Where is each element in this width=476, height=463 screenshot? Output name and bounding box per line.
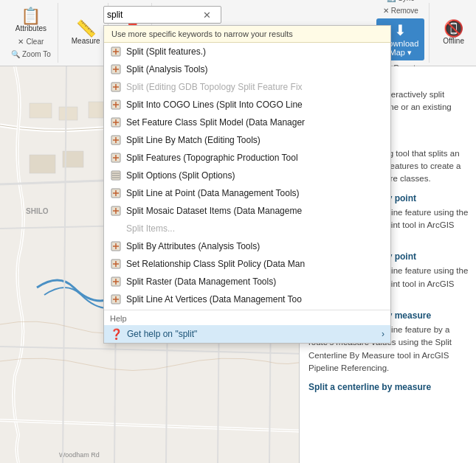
dropdown-item-label-12: Set Relationship Class Split Policy (Dat… [126,257,305,271]
svg-rect-47 [30,155,55,173]
measure-button[interactable]: 📏 Measure [69,19,103,46]
dropdown-hint: Use more specific keywords to narrow you… [104,26,390,43]
dropdown-item-label-8: Split Line at Point (Data Management Too… [126,187,300,200]
svg-rect-45 [59,107,77,120]
dropdown-item-5[interactable]: Split Line By Match (Editing Tools) [104,131,390,149]
attributes-button[interactable]: 📋 Attributes [13,7,49,34]
dropdown-item-label-11: Split By Attributes (Analysis Tools) [126,240,260,253]
dropdown-item-7[interactable]: Split Options (Split Options) [104,167,390,184]
dropdown-item-label-1: Split (Analysis Tools) [126,63,207,76]
dropdown-item-icon-10 [110,223,122,234]
dropdown-item-label-3: Split Into COGO Lines (Split Into COGO L… [126,98,303,111]
sync-icon: 🔄 [387,0,396,2]
dropdown-separator [104,310,390,310]
search-input[interactable] [107,10,203,20]
dropdown-item-14[interactable]: Split Line At Vertices (Data Management … [104,290,390,308]
dropdown-item-13[interactable]: Split Raster (Data Management Tools) [104,273,390,290]
dropdown-item-9[interactable]: Split Mosaic Dataset Items (Data Managem… [104,202,390,220]
dropdown-section-label: Help [104,312,390,325]
right-panel-title-5[interactable]: Split a centerline by measure [308,380,469,394]
measure-icon: 📏 [76,21,96,37]
dropdown-item-8[interactable]: Split Line at Point (Data Management Too… [104,184,390,202]
dropdown-items: Split (Split features.)Split (Analysis T… [104,43,390,308]
dropdown-item-icon-7 [110,170,122,181]
dropdown-help-item[interactable]: ❓ Get help on "split" › [104,325,390,343]
sync-button[interactable]: 🔄 Sync [384,0,416,3]
dropdown-item-icon-11 [110,240,122,252]
dropdown-item-label-4: Set Feature Class Split Model (Data Mana… [126,116,305,129]
dropdown-item-icon-8 [110,187,122,199]
attributes-group: 📋 Attributes ✕ Clear 🔍 Zoom To [4,3,58,63]
attributes-icon: 📋 [21,8,41,24]
dropdown-item-icon-12 [110,258,122,270]
clear-icon: ✕ [18,38,24,46]
dropdown-item-0[interactable]: Split (Split features.) [104,43,390,60]
dropdown-item-icon-4 [110,116,122,128]
zoom-to-button[interactable]: 🔍 Zoom To [9,49,53,59]
offline-group: 📵 Offline [435,3,472,63]
dropdown-item-label-14: Split Line At Vertices (Data Management … [126,293,302,306]
dropdown-item-label-10: Split Items... [126,222,175,235]
dropdown-item-4[interactable]: Set Feature Class Split Model (Data Mana… [104,114,390,131]
dropdown-item-icon-6 [110,152,122,164]
search-clear-icon[interactable]: ✕ [203,10,211,21]
dropdown-item-icon-1 [110,63,122,75]
dropdown-item-12[interactable]: Set Relationship Class Split Policy (Dat… [104,255,390,273]
help-left: ❓ Get help on "split" [110,328,197,340]
clear-button[interactable]: ✕ Clear [15,37,46,46]
search-bar: ✕ [103,6,221,24]
svg-rect-44 [30,103,52,118]
svg-rect-46 [89,102,103,118]
remove-button[interactable]: ✕ Remove [381,6,421,15]
dropdown-item-label-5: Split Line By Match (Editing Tools) [126,133,261,147]
dropdown-item-label-0: Split (Split features.) [126,45,206,58]
dropdown-item-icon-9 [110,205,122,217]
measure-group: 📏 Measure [64,3,108,63]
search-dropdown: Use more specific keywords to narrow you… [103,25,391,344]
svg-text:SHILO: SHILO [26,207,49,215]
dropdown-item-1[interactable]: Split (Analysis Tools) [104,60,390,78]
dropdown-item-label-9: Split Mosaic Dataset Items (Data Managem… [126,204,302,217]
dropdown-item-icon-5 [110,134,122,146]
offline-button[interactable]: 📵 Offline [440,19,467,46]
dropdown-item-icon-3 [110,99,122,111]
remove-icon: ✕ [383,7,389,15]
dropdown-item-label-6: Split Features (Topographic Production T… [126,151,298,164]
dropdown-item-label-13: Split Raster (Data Management Tools) [126,275,276,288]
dropdown-item-2: Split (Editing GDB Topology Split Featur… [104,78,390,96]
dropdown-item-label-2: Split (Editing GDB Topology Split Featur… [126,80,303,94]
dropdown-item-icon-0 [110,46,122,58]
dropdown-item-label-7: Split Options (Split Options) [126,169,235,182]
download-icon: ⬇ [394,21,407,39]
dropdown-item-11[interactable]: Split By Attributes (Analysis Tools) [104,237,390,255]
offline-icon: 📵 [444,21,463,37]
dropdown-item-10: Split Items... [104,220,390,237]
dropdown-item-icon-13 [110,276,122,288]
dropdown-item-3[interactable]: Split Into COGO Lines (Split Into COGO L… [104,96,390,114]
svg-text:Woodham Rd: Woodham Rd [59,451,100,459]
dropdown-item-icon-14 [110,293,122,305]
search-input-wrap: ✕ [103,6,221,24]
help-icon: ❓ [110,328,123,340]
dropdown-item-6[interactable]: Split Features (Topographic Production T… [104,149,390,167]
zoom-icon: 🔍 [11,50,20,58]
dropdown-item-icon-2 [110,81,122,93]
